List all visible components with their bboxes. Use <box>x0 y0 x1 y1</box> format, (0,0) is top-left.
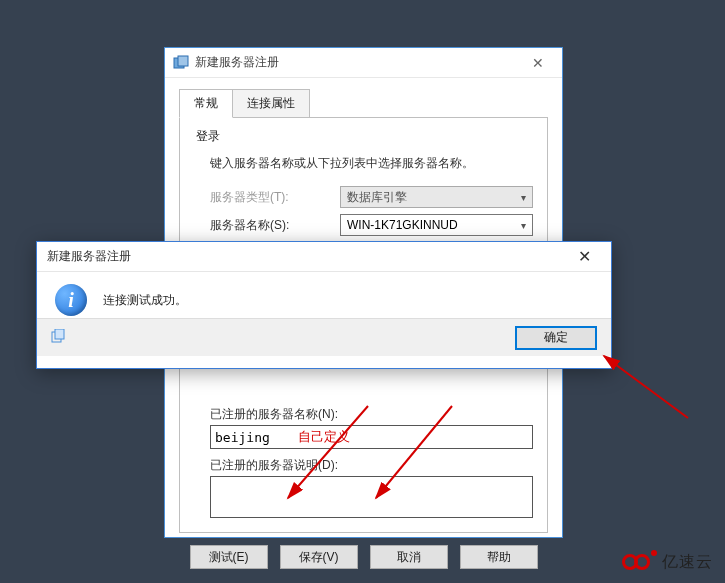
save-button[interactable]: 保存(V) <box>280 545 358 569</box>
label-server-name: 服务器名称(S): <box>210 217 340 234</box>
watermark-logo-icon <box>622 551 656 573</box>
test-button[interactable]: 测试(E) <box>190 545 268 569</box>
watermark: 亿速云 <box>622 551 713 573</box>
login-group-label: 登录 <box>196 128 533 145</box>
chevron-down-icon: ▾ <box>521 192 526 203</box>
label-registered-desc: 已注册的服务器说明(D): <box>210 457 533 474</box>
msgbox-titlebar[interactable]: 新建服务器注册 ✕ <box>37 242 611 272</box>
svg-rect-1 <box>178 56 188 66</box>
connection-test-msgbox: 新建服务器注册 ✕ i 连接测试成功。 确定 <box>36 241 612 369</box>
dialog-titlebar[interactable]: 新建服务器注册 ✕ <box>165 48 562 78</box>
svg-rect-3 <box>55 329 64 339</box>
msgbox-body: i 连接测试成功。 <box>37 272 611 318</box>
row-server-type: 服务器类型(T): 数据库引擎 ▾ <box>210 186 533 208</box>
combo-server-name-value: WIN-1K71GKINNUD <box>347 218 458 232</box>
close-icon[interactable]: ✕ <box>568 245 601 268</box>
tab-connection-properties[interactable]: 连接属性 <box>233 89 310 118</box>
instruction-text: 键入服务器名称或从下拉列表中选择服务器名称。 <box>210 155 533 172</box>
combo-server-name[interactable]: WIN-1K71GKINNUD ▾ <box>340 214 533 236</box>
combo-server-type: 数据库引擎 ▾ <box>340 186 533 208</box>
help-button[interactable]: 帮助 <box>460 545 538 569</box>
dialog-title: 新建服务器注册 <box>195 54 279 71</box>
tab-general[interactable]: 常规 <box>179 89 233 118</box>
msgbox-message: 连接测试成功。 <box>103 292 187 309</box>
registered-name-value: beijing <box>215 430 270 445</box>
server-register-icon <box>173 55 189 71</box>
dialog-button-row: 测试(E) 保存(V) 取消 帮助 <box>179 533 548 583</box>
combo-server-type-value: 数据库引擎 <box>347 189 407 206</box>
label-server-type: 服务器类型(T): <box>210 189 340 206</box>
input-registered-desc[interactable] <box>210 476 533 518</box>
tab-strip: 常规 连接属性 <box>179 89 548 118</box>
cancel-button[interactable]: 取消 <box>370 545 448 569</box>
svg-line-4 <box>604 356 688 418</box>
ok-button[interactable]: 确定 <box>515 326 597 350</box>
registered-name-annotation: 自己定义 <box>298 428 350 446</box>
row-server-name: 服务器名称(S): WIN-1K71GKINNUD ▾ <box>210 214 533 236</box>
copy-icon[interactable] <box>51 329 67 346</box>
msgbox-title: 新建服务器注册 <box>47 248 131 265</box>
chevron-down-icon[interactable]: ▾ <box>521 220 526 231</box>
label-registered-name: 已注册的服务器名称(N): <box>210 406 533 423</box>
input-registered-name[interactable]: beijing 自己定义 <box>210 425 533 449</box>
msgbox-footer: 确定 <box>37 318 611 356</box>
watermark-text: 亿速云 <box>662 552 713 573</box>
info-icon: i <box>55 284 87 316</box>
close-icon[interactable]: ✕ <box>522 51 554 75</box>
